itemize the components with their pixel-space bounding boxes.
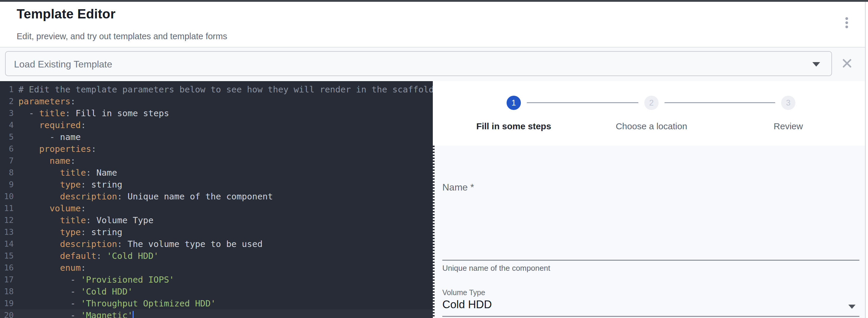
line-number: 16 [0, 262, 14, 274]
line-number: 8 [0, 167, 14, 179]
line-number: 18 [0, 286, 14, 297]
line-number: 1 [0, 83, 14, 96]
volume-type-select[interactable] [442, 294, 859, 316]
line-number: 20 [0, 309, 14, 318]
code-line: 5 - name [0, 131, 433, 143]
template-toolbar: Load Existing Template [0, 47, 865, 81]
load-select-placeholder: Load Existing Template [14, 59, 112, 70]
volume-type-underline [442, 316, 859, 317]
code-line: 11 volume: [0, 202, 433, 214]
code-line: 8 title: Name [0, 167, 433, 179]
template-editor-app: Template Editor Edit, preview, and try o… [0, 0, 868, 318]
line-number: 17 [0, 274, 14, 286]
code-line-content: required: [14, 119, 86, 131]
yaml-code-editor[interactable]: 1# Edit the template parameters below to… [0, 81, 433, 318]
line-number: 7 [0, 155, 14, 167]
code-line-content: - 'Provisioned IOPS' [14, 274, 174, 286]
line-number: 4 [0, 119, 14, 131]
code-line-content: type: string [14, 226, 122, 238]
code-line-content: description: Unique name of the componen… [14, 190, 273, 202]
line-number: 14 [0, 238, 14, 250]
code-line-content: parameters: [14, 96, 75, 107]
line-number: 12 [0, 214, 14, 226]
name-field-label: Name * [442, 182, 474, 193]
scrollbar-track-line[interactable] [865, 2, 866, 318]
code-line-content: properties: [14, 143, 96, 155]
code-line-content: # Edit the template parameters below to … [14, 83, 433, 96]
form-preview-panel: 1 2 3 Fill in some steps Choose a locati… [435, 81, 865, 318]
line-number: 6 [0, 143, 14, 155]
code-line-content: - 'Throughput Optimized HDD' [14, 297, 216, 309]
code-line: 17 - 'Provisioned IOPS' [0, 274, 433, 286]
line-number: 13 [0, 226, 14, 238]
text-cursor [133, 311, 133, 318]
chevron-down-icon [848, 305, 856, 309]
code-area: 1# Edit the template parameters below to… [0, 83, 433, 318]
kebab-menu-icon[interactable] [839, 15, 854, 34]
code-line: 6 properties: [0, 143, 433, 155]
step-form: Name * Unique name of the component Volu… [435, 146, 865, 318]
code-line: 12 title: Volume Type [0, 214, 433, 226]
step-circle-2: 2 [644, 96, 659, 110]
name-input-underline [442, 260, 859, 261]
step-connector [527, 102, 638, 103]
line-number: 5 [0, 131, 14, 143]
chevron-down-icon [812, 62, 820, 67]
line-number: 11 [0, 202, 14, 214]
name-input[interactable] [442, 247, 859, 260]
code-line: 13 type: string [0, 226, 433, 238]
code-line-content: default: 'Cold HDD' [14, 250, 159, 262]
code-line: 1# Edit the template parameters below to… [0, 83, 433, 96]
name-field-helper: Unique name of the component [442, 263, 550, 273]
line-number: 3 [0, 107, 14, 119]
code-line: 14 description: The volume type to be us… [0, 238, 433, 250]
code-line: 4 required: [0, 119, 433, 131]
step-connector [664, 102, 775, 103]
close-icon[interactable] [841, 57, 853, 70]
wizard-stepper: 1 2 3 Fill in some steps Choose a locati… [435, 81, 865, 146]
code-line-content: type: string [14, 179, 122, 190]
code-line: 9 type: string [0, 179, 433, 190]
code-line-content: name: [14, 155, 75, 167]
code-line: 3 - title: Fill in some steps [0, 107, 433, 119]
main-split: 1# Edit the template parameters below to… [0, 81, 868, 318]
page-subtitle: Edit, preview, and try out templates and… [17, 32, 227, 41]
step-label-review: Review [723, 121, 854, 131]
code-line-content: - title: Fill in some steps [14, 107, 169, 119]
code-line-content: title: Name [14, 167, 117, 179]
code-line: 2parameters: [0, 96, 433, 107]
step-circle-3: 3 [781, 96, 796, 110]
code-line-content: description: The volume type to be used [14, 238, 263, 250]
code-line-content: - 'Cold HDD' [14, 286, 133, 297]
code-line: 10 description: Unique name of the compo… [0, 190, 433, 202]
code-line-content: volume: [14, 202, 86, 214]
code-line: 20 - 'Magnetic' [0, 309, 433, 318]
code-line: 18 - 'Cold HDD' [0, 286, 433, 297]
page-title: Template Editor [17, 6, 116, 22]
code-line: 19 - 'Throughput Optimized HDD' [0, 297, 433, 309]
page-header: Template Editor Edit, preview, and try o… [0, 2, 865, 47]
code-line-content: - name [14, 131, 81, 143]
code-line-content: - 'Magnetic' [14, 309, 133, 318]
code-line: 7 name: [0, 155, 433, 167]
step-circle-1: 1 [506, 96, 521, 110]
code-line: 15 default: 'Cold HDD' [0, 250, 433, 262]
line-number: 19 [0, 297, 14, 309]
line-number: 2 [0, 96, 14, 107]
step-label-fill-in-some-steps: Fill in some steps [448, 121, 579, 131]
line-number: 9 [0, 179, 14, 190]
line-number: 15 [0, 250, 14, 262]
step-label-choose-a-location: Choose a location [586, 121, 717, 131]
line-number: 10 [0, 190, 14, 202]
load-existing-template-select[interactable]: Load Existing Template [5, 51, 832, 76]
code-line: 16 enum: [0, 262, 433, 274]
code-line-content: title: Volume Type [14, 214, 154, 226]
code-line-content: enum: [14, 262, 86, 274]
